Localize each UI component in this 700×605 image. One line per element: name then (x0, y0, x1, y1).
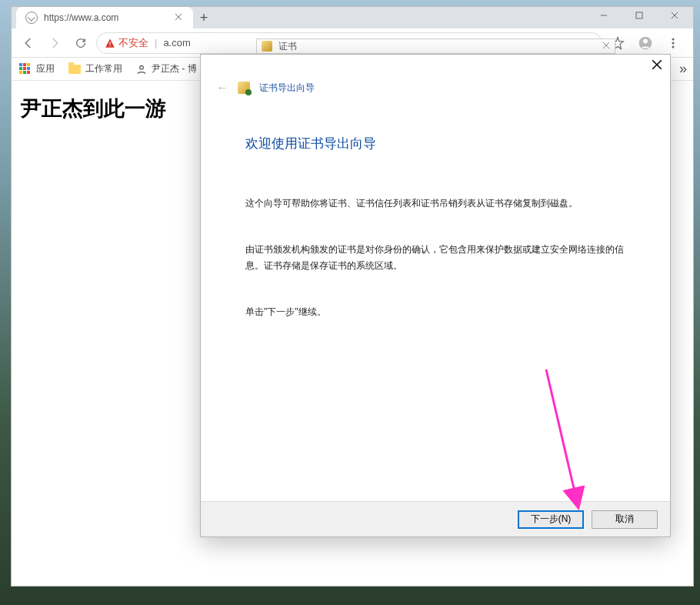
minimize-button[interactable] (586, 7, 622, 24)
bookmark-profile-label: 尹正杰 - 博 (152, 62, 197, 75)
window-controls (586, 7, 692, 24)
svg-rect-6 (109, 42, 110, 45)
svg-rect-7 (109, 45, 110, 45)
not-secure-badge[interactable]: 不安全 (105, 36, 148, 50)
svg-rect-1 (636, 12, 642, 18)
wizard-paragraph-2: 由证书颁发机构颁发的证书是对你身份的确认，它包含用来保护数据或建立安全网络连接的… (245, 242, 625, 273)
browser-tab-active[interactable]: https://www.a.com (16, 7, 193, 28)
address-separator: | (155, 37, 157, 48)
svg-point-12 (672, 45, 675, 48)
wizard-paragraph-1: 这个向导可帮助你将证书、证书信任列表和证书吊销列表从证书存储复制到磁盘。 (245, 196, 625, 211)
svg-point-10 (672, 38, 675, 40)
wizard-welcome-title: 欢迎使用证书导出向导 (245, 135, 625, 152)
reload-button[interactable] (70, 32, 92, 54)
person-icon (136, 64, 147, 75)
not-secure-label: 不安全 (118, 36, 148, 50)
cancel-button-label: 取消 (615, 513, 634, 526)
bookmark-work[interactable]: 工作常用 (68, 62, 122, 75)
wizard-body: 欢迎使用证书导出向导 这个向导可帮助你将证书、证书信任列表和证书吊销列表从证书存… (201, 99, 670, 501)
svg-point-9 (643, 38, 648, 43)
bookmark-apps[interactable]: 应用 (19, 62, 55, 75)
tab-close-icon[interactable] (175, 12, 185, 23)
window-close-button[interactable] (657, 7, 692, 24)
wizard-titlebar (201, 55, 670, 76)
apps-grid-icon (19, 63, 32, 75)
certificate-icon (262, 41, 272, 52)
wizard-back-arrow-icon[interactable]: ← (216, 81, 228, 95)
profile-icon[interactable] (635, 32, 656, 54)
wizard-close-icon[interactable] (652, 59, 664, 72)
bookmark-work-label: 工作常用 (85, 62, 122, 75)
maximize-button[interactable] (622, 7, 657, 24)
svg-point-13 (140, 65, 144, 69)
globe-icon (25, 12, 38, 24)
address-url: a.com (163, 37, 190, 48)
tab-title: https://www.a.com (44, 12, 118, 23)
menu-icon[interactable] (662, 32, 684, 54)
wizard-paragraph-3: 单击"下一步"继续。 (245, 304, 625, 319)
toolbar-right (607, 32, 687, 54)
wizard-header: ← 证书导出向导 (201, 76, 670, 99)
wizard-certificate-icon (238, 82, 250, 94)
bookmark-profile[interactable]: 尹正杰 - 博 (136, 62, 197, 75)
certificate-panel-title: 证书 (278, 40, 297, 53)
new-tab-button[interactable]: + (193, 7, 215, 28)
svg-point-11 (672, 42, 675, 44)
bookmark-overflow-icon[interactable]: » (679, 61, 687, 77)
bookmark-apps-label: 应用 (36, 62, 55, 75)
next-button[interactable]: 下一步(N) (518, 510, 584, 529)
next-button-label: 下一步(N) (531, 513, 572, 526)
forward-button[interactable] (44, 32, 65, 54)
certificate-export-wizard: ← 证书导出向导 欢迎使用证书导出向导 这个向导可帮助你将证书、证书信任列表和证… (200, 54, 671, 537)
folder-icon (68, 65, 81, 74)
certificate-panel-header: 证书 (256, 38, 615, 54)
certificate-panel-close-icon[interactable] (602, 41, 610, 52)
wizard-footer: 下一步(N) 取消 (201, 501, 670, 536)
wizard-header-title: 证书导出向导 (259, 82, 315, 95)
back-button[interactable] (18, 32, 39, 54)
cancel-button[interactable]: 取消 (592, 510, 658, 529)
